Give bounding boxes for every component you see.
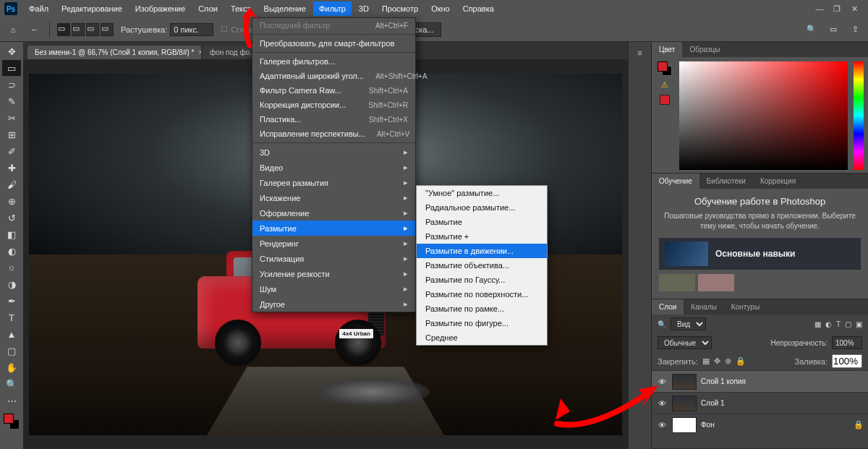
dd-distort[interactable]: Искажение▸ (252, 190, 415, 205)
search-icon[interactable]: 🔍 (804, 22, 819, 37)
sm-average[interactable]: Среднее (417, 330, 547, 345)
selection-add-icon[interactable]: ▭ (72, 23, 85, 36)
dd-filter-gallery[interactable]: Галерея фильтров... (252, 54, 415, 69)
menu-3d[interactable]: 3D (353, 1, 375, 16)
color-field-picker[interactable] (679, 61, 848, 170)
tab-adjustments[interactable]: Коррекция (753, 174, 803, 189)
eyedropper-tool-icon[interactable]: ✐ (2, 143, 21, 159)
history-brush-tool-icon[interactable]: ↺ (2, 210, 21, 226)
selection-subtract-icon[interactable]: ▭ (86, 23, 99, 36)
tab-color[interactable]: Цвет (652, 42, 682, 57)
pen-tool-icon[interactable]: ✒ (2, 293, 21, 309)
menu-file[interactable]: Файл (23, 1, 54, 16)
dd-pixelate[interactable]: Оформление▸ (252, 205, 415, 221)
document-tab-1[interactable]: Без имени-1 @ 66,7% (Слой 1 копия, RGB/8… (27, 46, 201, 59)
tab-learn[interactable]: Обучение (652, 174, 699, 189)
menu-help[interactable]: Справка (457, 1, 500, 16)
menu-image[interactable]: Изображение (129, 1, 191, 16)
layer-name-label[interactable]: Слой 1 копия (701, 377, 746, 385)
dd-render[interactable]: Рендеринг▸ (252, 236, 415, 251)
dd-lens-correction[interactable]: Коррекция дисторсии...Shift+Ctrl+R (252, 98, 415, 112)
dd-smart-filters[interactable]: Преобразовать для смарт-фильтров (252, 36, 415, 51)
sm-box-blur[interactable]: Размытие по рамке... (417, 302, 547, 316)
gradient-tool-icon[interactable]: ◐ (2, 243, 21, 259)
lock-all-icon[interactable]: 🔒 (736, 356, 746, 366)
hue-slider[interactable] (854, 61, 864, 170)
filter-image-icon[interactable]: ▦ (814, 320, 821, 328)
crop-tool-icon[interactable]: ✂ (2, 110, 21, 126)
sm-lens-blur[interactable]: Размытие объектива... (417, 258, 547, 273)
brush-tool-icon[interactable]: 🖌 (2, 176, 21, 192)
minimize-icon[interactable]: — (814, 4, 825, 14)
path-select-tool-icon[interactable]: ▲ (2, 326, 21, 342)
dd-3d[interactable]: 3D▸ (252, 145, 415, 160)
dd-blur[interactable]: Размытие▸ (252, 221, 415, 236)
workspace-icon[interactable]: ▭ (826, 22, 841, 37)
share-icon[interactable]: ⇪ (848, 22, 862, 37)
layer-row[interactable]: 👁 Фон 🔒 (652, 414, 868, 435)
menu-filter[interactable]: Фильтр (313, 1, 352, 16)
close-tab-icon[interactable]: × (199, 48, 202, 56)
blend-mode-select[interactable]: Обычные (658, 336, 712, 349)
filter-text-icon[interactable]: T (836, 320, 841, 328)
layer-row[interactable]: 👁 Слой 1 (652, 392, 868, 414)
dd-video[interactable]: Видео▸ (252, 160, 415, 175)
menu-edit[interactable]: Редактирование (56, 1, 128, 16)
fg-bg-color-swatch[interactable] (4, 414, 20, 429)
sm-smart-blur[interactable]: "Умное" размытие... (417, 186, 547, 200)
sm-surface-blur[interactable]: Размытие по поверхности... (417, 287, 547, 302)
menu-select[interactable]: Выделение (258, 1, 312, 16)
filter-smart-icon[interactable]: ▣ (856, 320, 862, 328)
sm-blur-more[interactable]: Размытие + (417, 229, 547, 244)
filter-adjust-icon[interactable]: ◐ (825, 320, 832, 328)
marquee-tool-icon[interactable]: ▭ (2, 60, 21, 76)
layer-name-label[interactable]: Фон (701, 421, 715, 429)
dd-other[interactable]: Другое▸ (252, 296, 415, 312)
sm-shape-blur[interactable]: Размытие по фигуре... (417, 316, 547, 330)
menu-text[interactable]: Текст (225, 1, 257, 16)
dd-stylize[interactable]: Стилизация▸ (252, 251, 415, 266)
sm-radial-blur[interactable]: Радиальное размытие... (417, 200, 547, 215)
lock-artboard-icon[interactable]: ⊕ (725, 356, 731, 366)
tab-libraries[interactable]: Библиотеки (699, 174, 753, 189)
layer-name-label[interactable]: Слой 1 (701, 399, 725, 407)
move-tool-icon[interactable]: ✥ (2, 43, 21, 59)
restore-icon[interactable]: ❐ (832, 4, 842, 14)
shape-tool-icon[interactable]: ▢ (2, 343, 21, 359)
lock-position-icon[interactable]: ✥ (714, 356, 720, 366)
blur-tool-icon[interactable]: ○ (2, 260, 21, 275)
history-panel-icon[interactable]: ≡ (632, 45, 648, 61)
back-icon[interactable]: ← (27, 22, 42, 37)
dodge-tool-icon[interactable]: ◑ (2, 276, 21, 292)
tab-paths[interactable]: Контуры (724, 299, 767, 315)
dd-camera-raw[interactable]: Фильтр Camera Raw...Shift+Ctrl+A (252, 83, 415, 98)
frame-tool-icon[interactable]: ⊞ (2, 127, 21, 142)
lasso-tool-icon[interactable]: ⊃ (2, 77, 21, 93)
search-icon[interactable]: 🔍 (658, 320, 666, 328)
eraser-tool-icon[interactable]: ◧ (2, 226, 21, 242)
menu-layers[interactable]: Слои (192, 1, 224, 16)
dd-adaptive-wide[interactable]: Адаптивный широкий угол...Alt+Shift+Ctrl… (252, 69, 415, 83)
tab-layers[interactable]: Слои (652, 299, 684, 315)
edit-toolbar-icon[interactable]: ⋯ (2, 393, 21, 409)
feather-input[interactable] (170, 23, 213, 36)
layer-row[interactable]: 👁 Слой 1 копия (652, 370, 868, 392)
selection-intersect-icon[interactable]: ▭ (101, 23, 114, 36)
filter-shape-icon[interactable]: ▢ (845, 320, 851, 328)
layer-kind-select[interactable]: Вид (671, 317, 706, 330)
menu-view[interactable]: Просмотр (376, 1, 424, 16)
color-fg-bg-swatch[interactable] (658, 61, 672, 76)
lock-pixels-icon[interactable]: ▦ (702, 356, 710, 366)
close-icon[interactable]: ✕ (849, 4, 859, 14)
quick-select-tool-icon[interactable]: ✎ (2, 93, 21, 109)
dd-noise[interactable]: Шум▸ (252, 281, 415, 296)
tab-channels[interactable]: Каналы (684, 299, 724, 315)
menu-window[interactable]: Окно (425, 1, 456, 16)
tab-swatches[interactable]: Образцы (682, 42, 727, 57)
sm-gaussian-blur[interactable]: Размытие по Гауссу... (417, 273, 547, 287)
text-tool-icon[interactable]: T (2, 309, 21, 325)
healing-tool-icon[interactable]: ✚ (2, 160, 21, 176)
learn-card-basics[interactable]: Основные навыки (659, 238, 861, 270)
fill-input[interactable] (832, 354, 862, 368)
stamp-tool-icon[interactable]: ⊕ (2, 193, 21, 209)
